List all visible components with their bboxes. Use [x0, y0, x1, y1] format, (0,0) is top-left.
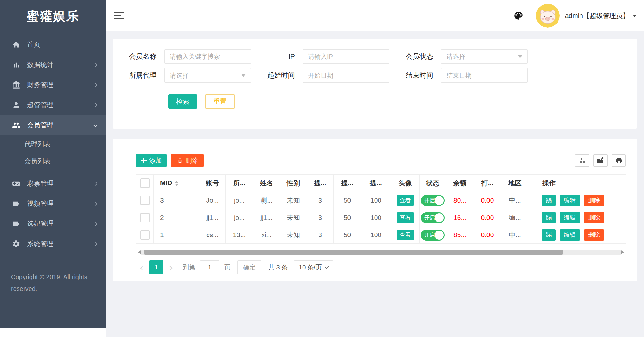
edit-button[interactable]: 编辑	[560, 229, 580, 241]
sidebar-item-home[interactable]: 首页	[0, 35, 106, 55]
cell-name: jj1...	[253, 209, 280, 226]
topbar: admin【超级管理员】	[106, 0, 644, 31]
start-time-label: 起始时间	[251, 71, 303, 80]
kick-button[interactable]: 踢	[542, 229, 556, 241]
ip-label: IP	[251, 52, 303, 61]
app-logo: 蜜獾娱乐	[0, 0, 106, 31]
ip-input[interactable]	[303, 49, 389, 64]
delete-button[interactable]: 删除	[171, 154, 204, 167]
cell-mid: 3	[154, 192, 199, 209]
cell-agent: jo...	[226, 192, 253, 209]
edit-button[interactable]: 编辑	[560, 212, 580, 223]
filter-columns-button[interactable]	[575, 154, 589, 167]
start-time-field: 起始时间	[251, 68, 389, 83]
cell-agent: jo...	[226, 209, 253, 226]
page-unit-label: 页	[224, 263, 230, 272]
cell-actions: 踢编辑删除	[536, 226, 626, 244]
edit-button[interactable]: 编辑	[560, 195, 580, 206]
add-button[interactable]: 添加	[136, 154, 167, 167]
page-size-select[interactable]: 10 条/页	[294, 260, 333, 274]
cell-gender: 未知	[280, 192, 307, 209]
chevron-down-icon	[325, 264, 329, 269]
cell-score: 0.00	[474, 226, 501, 244]
member-status-select[interactable]: 请选择	[441, 49, 528, 64]
header-mid: MID	[154, 175, 199, 192]
row-delete-button[interactable]: 删除	[584, 195, 604, 206]
cell-actions: 踢编辑删除	[536, 209, 626, 226]
sidebar-menu: 首页 数据统计 财务管理 超管管理 会员管理 代理列表 会员列表	[0, 35, 106, 254]
sort-icon[interactable]	[175, 179, 178, 188]
scrollbar-track[interactable]	[141, 250, 621, 255]
kick-button[interactable]: 踢	[542, 195, 556, 206]
sidebar-item-label: 数据统计	[27, 60, 53, 69]
menu-toggle-icon[interactable]	[114, 10, 124, 21]
row-delete-button[interactable]: 删除	[584, 229, 604, 241]
header-gender: 性别	[280, 175, 307, 192]
scroll-left-icon[interactable]	[136, 250, 141, 254]
agent-field: 所属代理 请选择	[113, 68, 251, 83]
member-name-label: 会员名称	[113, 52, 164, 61]
sidebar-item-finance[interactable]: 财务管理	[0, 75, 106, 95]
user-menu[interactable]: admin【超级管理员】	[565, 11, 636, 20]
sidebar-item-lottery[interactable]: 彩票管理	[0, 173, 106, 193]
next-page-button[interactable]: ›	[166, 262, 176, 273]
export-button[interactable]	[593, 154, 608, 167]
cell-t1: 3	[307, 192, 334, 209]
view-avatar-button[interactable]: 查看	[397, 212, 414, 223]
goto-confirm-button[interactable]: 确定	[237, 260, 261, 274]
search-button[interactable]: 检索	[168, 94, 197, 109]
row-checkbox[interactable]	[140, 213, 150, 222]
header-balance: 余额	[446, 175, 474, 192]
prev-page-button[interactable]: ‹	[136, 262, 147, 273]
horizontal-scrollbar	[136, 250, 626, 255]
main-content: 会员名称 IP 会员状态 请选择 所属代理 请选择	[106, 31, 644, 337]
row-delete-button[interactable]: 删除	[584, 212, 604, 223]
sidebar-item-members[interactable]: 会员管理	[0, 115, 106, 135]
reset-button[interactable]: 重置	[205, 94, 235, 109]
cell-t1: 3	[307, 226, 334, 244]
scroll-right-icon[interactable]	[621, 250, 626, 254]
status-toggle[interactable]: 开启	[421, 195, 445, 206]
row-checkbox[interactable]	[140, 230, 150, 240]
agent-select[interactable]: 请选择	[164, 68, 251, 83]
print-button[interactable]	[612, 154, 626, 167]
sidebar-item-video[interactable]: 视频管理	[0, 193, 106, 214]
sidebar-item-member-list[interactable]: 会员列表	[0, 153, 106, 170]
kick-button[interactable]: 踢	[542, 212, 556, 223]
video-icon	[12, 199, 20, 208]
current-page-button[interactable]: 1	[149, 260, 163, 274]
status-toggle[interactable]: 开启	[421, 212, 445, 223]
view-avatar-button[interactable]: 查看	[397, 195, 414, 206]
sidebar-item-concubine[interactable]: 选妃管理	[0, 214, 106, 234]
chevron-right-icon	[93, 182, 97, 186]
member-name-input[interactable]	[164, 49, 251, 64]
start-date-input[interactable]	[303, 68, 389, 83]
cell-clipped	[529, 209, 536, 226]
chevron-right-icon	[93, 103, 97, 107]
cell-t3: 100	[361, 192, 391, 209]
user-avatar[interactable]	[536, 4, 560, 28]
header-avatar: 头像	[391, 175, 420, 192]
sidebar-item-system[interactable]: 系统管理	[0, 234, 106, 254]
sidebar-item-statistics[interactable]: 数据统计	[0, 55, 106, 75]
table-toolbar: 添加 删除	[136, 154, 626, 167]
cell-t3: 100	[361, 226, 391, 244]
row-checkbox[interactable]	[140, 196, 150, 205]
goto-page-input[interactable]	[200, 260, 219, 274]
header-agent: 所...	[226, 175, 253, 192]
sidebar: 蜜獾娱乐 首页 数据统计 财务管理 超管管理 会员管理 代理列表	[0, 0, 106, 328]
cell-t2: 50	[334, 226, 361, 244]
view-avatar-button[interactable]: 查看	[397, 230, 414, 240]
cell-gender: 未知	[280, 226, 307, 244]
sidebar-item-agent-list[interactable]: 代理列表	[0, 136, 106, 153]
cell-region: 中...	[501, 226, 529, 244]
status-toggle[interactable]: 开启	[421, 230, 445, 241]
select-all-checkbox[interactable]	[140, 178, 150, 188]
total-count-label: 共 3 条	[268, 263, 288, 272]
theme-palette-icon[interactable]	[513, 10, 524, 21]
chevron-right-icon	[93, 63, 97, 67]
gear-icon	[12, 240, 20, 248]
end-date-input[interactable]	[441, 68, 528, 83]
sidebar-item-superadmin[interactable]: 超管管理	[0, 95, 106, 115]
scrollbar-thumb[interactable]	[144, 250, 563, 255]
